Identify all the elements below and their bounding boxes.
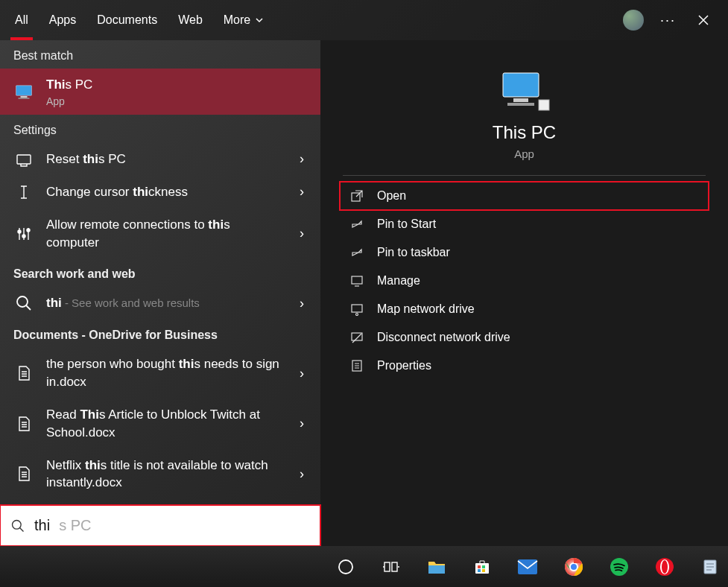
action-map-drive[interactable]: Map network drive	[340, 295, 709, 323]
svg-rect-8	[503, 73, 539, 97]
result-title: Netflix this title is not available to w…	[46, 457, 285, 492]
tab-documents[interactable]: Documents	[97, 1, 157, 39]
pin-icon	[349, 246, 365, 259]
result-title: Reset this PC	[46, 150, 285, 168]
open-icon	[349, 189, 365, 203]
result-title: Change cursor thickness	[46, 183, 285, 201]
result-subtitle: App	[46, 95, 307, 107]
svg-rect-9	[513, 98, 528, 102]
document-icon	[13, 465, 34, 483]
search-tabs-bar: All Apps Documents Web More ···	[0, 0, 728, 40]
windows-search-panel: All Apps Documents Web More ··· Best mat…	[0, 0, 728, 546]
taskbar-opera[interactable]	[648, 549, 683, 585]
svg-point-6	[27, 229, 30, 232]
svg-rect-21	[392, 562, 397, 571]
svg-rect-3	[17, 155, 31, 164]
result-web-search[interactable]: thi - See work and web results ›	[0, 287, 320, 320]
action-pin-start[interactable]: Pin to Start	[340, 210, 709, 238]
chevron-right-icon: ›	[297, 296, 307, 311]
taskbar-chrome[interactable]	[556, 549, 591, 585]
taskbar-spotify[interactable]	[601, 549, 636, 585]
preview-this-pc-icon	[498, 70, 551, 112]
more-options-button[interactable]: ···	[660, 13, 676, 28]
pin-icon	[349, 218, 365, 231]
svg-point-31	[570, 563, 577, 571]
svg-rect-26	[478, 569, 481, 572]
close-icon	[698, 15, 709, 25]
svg-point-19	[339, 560, 352, 574]
result-doc-2[interactable]: Read This Article to Unblock Twitch at S…	[0, 399, 320, 449]
search-input[interactable]: this PC	[0, 505, 320, 546]
sliders-icon	[13, 225, 34, 243]
result-cursor-thickness[interactable]: Change cursor thickness ›	[0, 176, 320, 209]
taskbar-notepad[interactable]	[693, 549, 728, 585]
tab-more[interactable]: More	[224, 1, 264, 39]
disconnect-drive-icon	[349, 331, 365, 344]
result-remote-connections[interactable]: Allow remote connections to this compute…	[0, 209, 320, 259]
network-drive-icon	[349, 302, 365, 316]
preview-subtitle: App	[514, 147, 534, 160]
svg-point-35	[662, 560, 668, 574]
chevron-right-icon: ›	[297, 366, 307, 381]
result-this-pc[interactable]: This PC App	[0, 69, 320, 115]
svg-rect-10	[507, 103, 534, 106]
action-properties[interactable]: Properties	[340, 352, 709, 380]
document-icon	[13, 364, 34, 382]
cursor-icon	[13, 183, 34, 201]
user-avatar[interactable]	[623, 10, 644, 31]
svg-rect-14	[352, 305, 362, 312]
result-title: This PC	[46, 76, 307, 94]
chevron-right-icon: ›	[297, 466, 307, 482]
chevron-right-icon: ›	[297, 226, 307, 241]
section-best-match: Best match	[0, 40, 320, 69]
taskbar-microsoft-store[interactable]	[465, 549, 500, 585]
search-icon	[13, 294, 34, 312]
tab-all[interactable]: All	[15, 1, 28, 39]
svg-point-15	[356, 314, 358, 316]
preview-title: This PC	[493, 122, 556, 143]
svg-rect-22	[428, 565, 445, 574]
svg-rect-28	[518, 559, 537, 574]
close-button[interactable]	[692, 9, 715, 31]
preview-pane: This PC App Open Pin to Start Pin to tas…	[320, 40, 728, 546]
result-reset-pc[interactable]: Reset this PC ›	[0, 143, 320, 176]
svg-rect-24	[478, 565, 481, 568]
svg-rect-13	[352, 276, 362, 284]
action-pin-taskbar[interactable]: Pin to taskbar	[340, 238, 709, 267]
chevron-right-icon: ›	[297, 416, 307, 431]
svg-point-5	[22, 235, 25, 238]
properties-icon	[349, 359, 365, 372]
tab-apps[interactable]: Apps	[49, 1, 76, 39]
result-title: Allow remote connections to this compute…	[46, 216, 285, 252]
action-manage[interactable]: Manage	[340, 267, 709, 295]
section-work-web: Search work and web	[0, 258, 320, 287]
svg-rect-27	[482, 569, 485, 572]
result-title: Read This Article to Unblock Twitch at S…	[46, 406, 285, 442]
result-title: the person who bought this needs to sign…	[46, 355, 285, 391]
svg-rect-0	[16, 86, 32, 96]
tab-web[interactable]: Web	[178, 1, 203, 39]
section-documents-onedrive: Documents - OneDrive for Business	[0, 320, 320, 348]
chevron-down-icon	[255, 16, 264, 25]
search-icon	[10, 518, 25, 533]
action-open[interactable]: Open	[340, 182, 709, 210]
result-doc-3[interactable]: Netflix this title is not available to w…	[0, 449, 320, 500]
action-disconnect-drive[interactable]: Disconnect network drive	[340, 323, 709, 352]
document-icon	[13, 415, 34, 433]
search-results-column: Best match This PC App Settings Reset th…	[0, 40, 320, 546]
divider	[343, 175, 706, 176]
taskbar	[0, 546, 728, 587]
svg-point-4	[18, 230, 21, 233]
taskbar-cortana[interactable]	[328, 549, 363, 585]
svg-rect-11	[539, 100, 549, 110]
svg-rect-2	[19, 98, 30, 99]
taskbar-mail[interactable]	[510, 549, 545, 585]
taskbar-task-view[interactable]	[373, 549, 408, 585]
chevron-right-icon: ›	[297, 184, 307, 200]
this-pc-icon	[13, 83, 34, 101]
taskbar-file-explorer[interactable]	[419, 549, 454, 585]
result-doc-1[interactable]: the person who bought this needs to sign…	[0, 348, 320, 399]
svg-rect-20	[384, 562, 390, 571]
reset-icon	[13, 150, 34, 168]
search-typed-text: thi	[34, 517, 50, 534]
